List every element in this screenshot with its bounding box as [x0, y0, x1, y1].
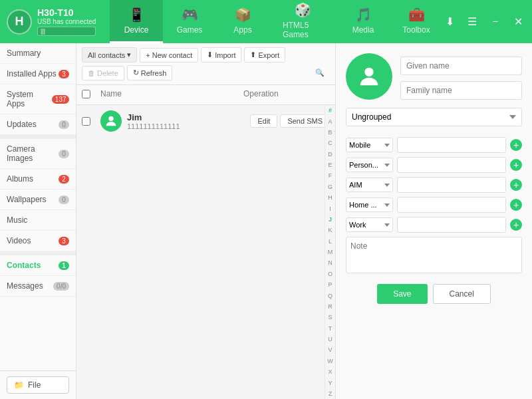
sidebar-item-installed-apps[interactable]: Installed Apps 3: [0, 64, 76, 84]
alpha-W[interactable]: W: [325, 356, 335, 366]
alpha-T[interactable]: T: [325, 323, 335, 334]
field-type-aim[interactable]: AIMMSNYahooSkype: [346, 178, 393, 192]
search-button[interactable]: 🔍: [310, 66, 330, 80]
add-aim-button[interactable]: +: [510, 179, 522, 191]
sidebar-item-videos[interactable]: Videos 3: [0, 231, 76, 251]
sidebar-item-contacts[interactable]: Contacts 1: [0, 255, 76, 276]
filter-label: All contacts: [88, 51, 125, 59]
sidebar-item-wallpapers[interactable]: Wallpapers 0: [0, 190, 76, 210]
tab-games[interactable]: 🎮 Games: [163, 0, 216, 43]
alpha-Y[interactable]: Y: [325, 377, 335, 388]
alpha-B[interactable]: B: [325, 127, 335, 138]
toolbox-icon: 🧰: [408, 7, 425, 23]
sidebar-item-updates[interactable]: Updates 0: [0, 114, 76, 135]
alpha-D[interactable]: D: [325, 149, 335, 160]
tab-media[interactable]: 🎵 Media: [336, 0, 390, 43]
new-contact-button[interactable]: + New contact: [140, 48, 198, 63]
tab-html5games[interactable]: 🎲 HTML5 Games: [269, 0, 336, 43]
alpha-J[interactable]: J: [325, 214, 335, 225]
new-contact-label: + New contact: [146, 51, 192, 59]
save-button[interactable]: Save: [377, 284, 427, 304]
refresh-button[interactable]: ↻ Refresh: [127, 65, 173, 80]
edit-avatar: [346, 53, 392, 100]
alpha-U[interactable]: U: [325, 334, 335, 344]
field-type-mobile[interactable]: MobileHomeWorkOther: [346, 138, 393, 152]
alpha-S[interactable]: S: [325, 312, 335, 323]
group-select-wrap: Ungrouped: [346, 108, 522, 132]
alpha-I[interactable]: I: [325, 203, 335, 213]
alpha-hash[interactable]: #: [325, 105, 335, 116]
note-textarea[interactable]: [346, 237, 522, 273]
alpha-K[interactable]: K: [325, 225, 335, 235]
group-select[interactable]: Ungrouped: [346, 108, 522, 126]
alpha-C[interactable]: C: [325, 138, 335, 148]
alpha-Q[interactable]: Q: [325, 290, 335, 301]
alpha-L[interactable]: L: [325, 236, 335, 247]
tab-toolbox[interactable]: 🧰 Toolbox: [390, 0, 443, 43]
field-type-home[interactable]: Home ...HomeWorkOther: [346, 198, 393, 212]
alpha-X[interactable]: X: [325, 366, 335, 377]
add-work-button[interactable]: +: [510, 219, 522, 231]
add-person-button[interactable]: +: [510, 159, 522, 171]
family-name-input[interactable]: [400, 81, 522, 100]
alpha-Z[interactable]: Z: [325, 388, 335, 399]
sidebar-item-camera[interactable]: Camera Images 0: [0, 139, 76, 169]
alpha-V[interactable]: V: [325, 344, 335, 355]
field-value-work[interactable]: [397, 217, 506, 233]
field-type-work[interactable]: WorkHomeOther: [346, 217, 393, 232]
alpha-F[interactable]: F: [325, 170, 335, 181]
header-checkbox-col: [82, 89, 100, 100]
field-value-person[interactable]: [397, 157, 506, 173]
sidebar-label-contacts: Contacts: [7, 261, 41, 270]
field-type-person[interactable]: Person...PersonalWorkOther: [346, 158, 393, 172]
refresh-label: Refresh: [141, 69, 167, 77]
add-mobile-button[interactable]: +: [510, 139, 522, 151]
field-row-person: Person...PersonalWorkOther +: [346, 157, 522, 173]
row-checkbox[interactable]: [82, 117, 90, 126]
close-button[interactable]: ✕: [511, 13, 525, 31]
delete-button[interactable]: 🗑 Delete: [82, 66, 124, 80]
send-sms-button[interactable]: Send SMS: [280, 114, 330, 128]
minimize-button[interactable]: －: [487, 12, 503, 31]
alpha-G[interactable]: G: [325, 182, 335, 192]
sidebar-item-albums[interactable]: Albums 2: [0, 169, 76, 190]
cancel-button[interactable]: Cancel: [433, 284, 491, 304]
tab-html5games-label: HTML5 Games: [283, 21, 323, 39]
svg-point-0: [108, 116, 113, 121]
edit-footer: Save Cancel: [346, 284, 522, 304]
sidebar-item-music[interactable]: Music: [0, 210, 76, 231]
alpha-P[interactable]: P: [325, 279, 335, 290]
field-value-aim[interactable]: [397, 177, 506, 193]
contact-actions: Edit Send SMS: [250, 114, 330, 128]
select-all-checkbox[interactable]: [82, 90, 90, 98]
device-subtitle: USB has connected: [37, 18, 96, 25]
tab-device[interactable]: 📱 Device: [110, 0, 163, 43]
file-button[interactable]: 📁 File: [7, 376, 69, 394]
sidebar-label-videos: Videos: [7, 236, 31, 245]
alpha-E[interactable]: E: [325, 160, 335, 170]
sidebar-item-messages[interactable]: Messages 0/0: [0, 276, 76, 297]
menu-button[interactable]: ☰: [465, 13, 479, 31]
alpha-M[interactable]: M: [325, 247, 335, 257]
sidebar-item-summary[interactable]: Summary: [0, 43, 76, 64]
add-home-button[interactable]: +: [510, 199, 522, 211]
tab-apps[interactable]: 📦 Apps: [216, 0, 269, 43]
import-button[interactable]: ⬇ Import: [201, 47, 241, 63]
sidebar-label-camera: Camera Images: [7, 144, 59, 163]
alpha-A[interactable]: A: [325, 116, 335, 126]
edit-contact-button[interactable]: Edit: [250, 114, 277, 128]
filter-all-contacts[interactable]: All contacts ▾: [82, 47, 137, 63]
given-name-input[interactable]: [400, 57, 522, 75]
tab-toolbox-label: Toolbox: [402, 25, 430, 35]
alpha-O[interactable]: O: [325, 269, 335, 279]
alpha-N[interactable]: N: [325, 257, 335, 268]
alpha-R[interactable]: R: [325, 301, 335, 312]
alpha-H[interactable]: H: [325, 192, 335, 203]
download-button[interactable]: ⬇: [443, 13, 457, 31]
edit-name-fields: [400, 53, 522, 100]
contact-panel: All contacts ▾ + New contact ⬇ Import ⬆ …: [76, 43, 336, 399]
field-value-home[interactable]: [397, 197, 506, 213]
sidebar-item-system-apps[interactable]: System Apps 137: [0, 84, 76, 114]
export-button[interactable]: ⬆ Export: [244, 47, 285, 63]
field-value-mobile[interactable]: [397, 137, 506, 153]
